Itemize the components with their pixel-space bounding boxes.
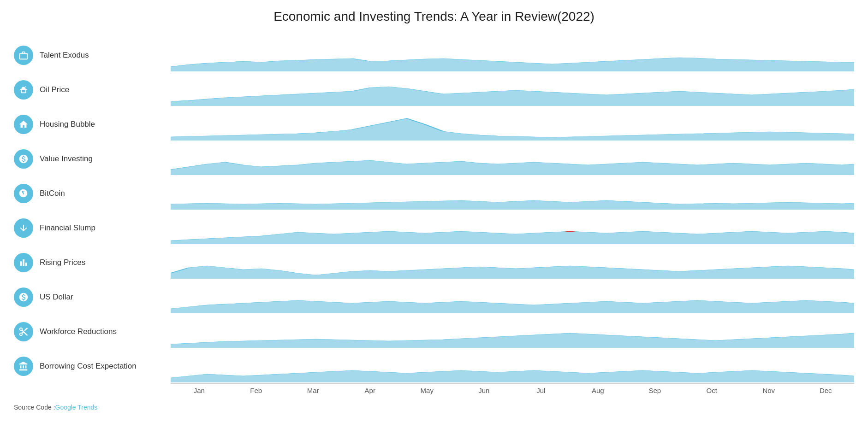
sparkline-financial-slump [171, 212, 854, 244]
oil-icon [14, 80, 33, 100]
label-section-borrowing-cost: Borrowing Cost Expectation [14, 357, 171, 376]
x-axis-label-oct: Oct [684, 387, 741, 394]
page-title: Economic and Investing Trends: A Year in… [14, 9, 854, 24]
x-axis-label-jan: Jan [171, 387, 228, 394]
row-talent-exodus: Talent Exodus [14, 38, 854, 72]
source-link[interactable]: Google Trends [55, 404, 98, 411]
sparkline-talent-exodus [171, 39, 854, 71]
row-label-borrowing-cost: Borrowing Cost Expectation [40, 362, 137, 371]
sparkline-oil-price [171, 74, 854, 106]
row-rising-prices: Rising Prices [14, 245, 854, 280]
x-axis-label-dec: Dec [797, 387, 855, 394]
row-label-financial-slump: Financial Slump [40, 223, 95, 233]
bitcoin-icon [14, 184, 33, 203]
row-borrowing-cost: Borrowing Cost Expectation [14, 349, 854, 383]
row-value-investing: Value Investing [14, 141, 854, 176]
x-axis-label-feb: Feb [228, 387, 285, 394]
row-bitcoin: BitCoin [14, 176, 854, 211]
sparkline-us-dollar [171, 281, 854, 313]
label-section-rising-prices: Rising Prices [14, 253, 171, 272]
briefcase-icon [14, 46, 33, 65]
dollar-icon [14, 287, 33, 307]
row-label-housing-bubble: Housing Bubble [40, 120, 95, 129]
sparkline-rising-prices [171, 246, 854, 279]
label-section-talent-exodus: Talent Exodus [14, 46, 171, 65]
row-housing-bubble: Housing Bubble [14, 107, 854, 141]
row-financial-slump: Financial Slump [14, 211, 854, 245]
sparkline-bitcoin [171, 177, 854, 210]
label-section-value-investing: Value Investing [14, 149, 171, 169]
label-section-financial-slump: Financial Slump [14, 218, 171, 238]
row-label-bitcoin: BitCoin [40, 189, 65, 198]
row-label-oil-price: Oil Price [40, 85, 69, 94]
x-axis-label-nov: Nov [740, 387, 797, 394]
down-arrow-icon [14, 218, 33, 238]
row-label-value-investing: Value Investing [40, 154, 93, 164]
x-axis-label-may: May [398, 387, 456, 394]
row-oil-price: Oil Price [14, 72, 854, 107]
sparkline-workforce-reductions [171, 316, 854, 348]
row-label-us-dollar: US Dollar [40, 293, 73, 302]
money-icon [14, 149, 33, 169]
bar-chart-icon [14, 253, 33, 272]
source-prefix: Source Code : [14, 404, 55, 411]
sparkline-borrowing-cost [171, 350, 854, 382]
chart-area: Talent Exodus Oil Price Housing Bubble V… [14, 38, 854, 383]
bank-icon [14, 357, 33, 376]
x-axis-label-apr: Apr [342, 387, 399, 394]
row-label-talent-exodus: Talent Exodus [40, 51, 89, 60]
x-axis-label-aug: Aug [570, 387, 627, 394]
label-section-workforce-reductions: Workforce Reductions [14, 322, 171, 341]
x-axis-label-sep: Sep [626, 387, 684, 394]
row-label-workforce-reductions: Workforce Reductions [40, 327, 117, 336]
label-section-bitcoin: BitCoin [14, 184, 171, 203]
x-axis-label-jun: Jun [456, 387, 513, 394]
label-section-oil-price: Oil Price [14, 80, 171, 100]
x-axis-label-mar: Mar [285, 387, 342, 394]
sparkline-value-investing [171, 143, 854, 175]
x-axis: JanFebMarAprMayJunJulAugSepOctNovDec [171, 383, 854, 394]
cut-icon [14, 322, 33, 341]
row-workforce-reductions: Workforce Reductions [14, 314, 854, 349]
sparkline-housing-bubble [171, 108, 854, 141]
row-label-rising-prices: Rising Prices [40, 258, 85, 267]
row-us-dollar: US Dollar [14, 280, 854, 314]
home-icon [14, 115, 33, 134]
svg-point-0 [565, 231, 576, 232]
label-section-us-dollar: US Dollar [14, 287, 171, 307]
x-axis-label-jul: Jul [512, 387, 570, 394]
label-section-housing-bubble: Housing Bubble [14, 115, 171, 134]
source-section: Source Code :Google Trends [14, 404, 854, 411]
